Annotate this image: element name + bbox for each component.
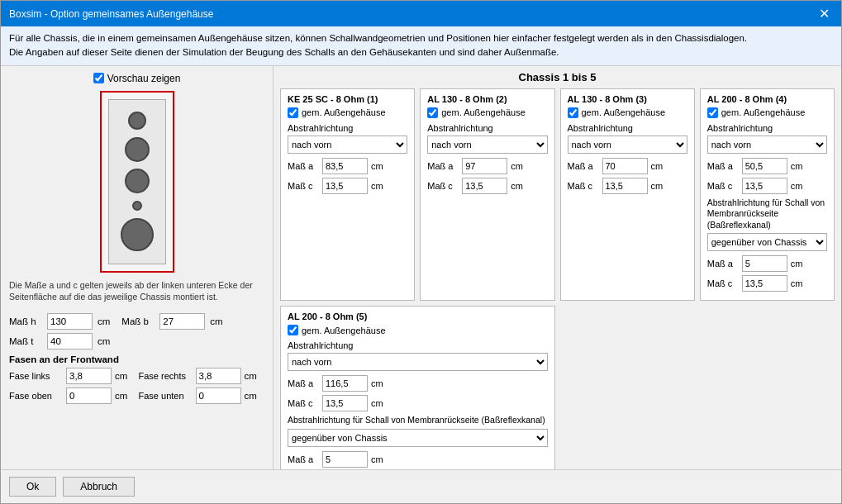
chassis-card-4: AL 200 - 8 Ohm (4) gem. Außengehäuse Abs… (700, 88, 835, 302)
abbruch-button[interactable]: Abbruch (63, 477, 135, 497)
chassis-3-abstrahl-label: Abstrahlrichtung (568, 123, 687, 133)
chassis-1-abstrahl-select[interactable]: nach vorn (288, 136, 407, 154)
fase-rechts-input[interactable] (196, 368, 241, 384)
chassis-5-title: AL 200 - 8 Ohm (5) (288, 311, 548, 321)
left-panel: Vorschau zeigen Die Maße a und c gelten … (1, 66, 274, 470)
chassis-2-checkbox[interactable] (427, 107, 438, 118)
mass-h-unit: cm (98, 316, 110, 326)
chassis-1-mass-a-label: Maß a (288, 161, 319, 171)
chassis-4-bass-select[interactable]: gegenüber von Chassis (707, 233, 827, 251)
chassis-2-mass-c-input[interactable] (462, 178, 507, 194)
fase-unten-item: Fase unten cm (139, 388, 265, 404)
chassis-5-abstrahl-label: Abstrahlrichtung (288, 340, 548, 350)
chassis-5-bass-a-input[interactable] (322, 451, 368, 468)
chassis-1-check-row: gem. Außengehäuse (288, 107, 407, 118)
chassis-3-mass-c-row: Maß c cm (568, 178, 687, 194)
chassis-3-check-row: gem. Außengehäuse (568, 107, 687, 118)
chassis-4-mass-a-label: Maß a (707, 161, 739, 171)
cabinet-drawing (108, 99, 166, 264)
fase-oben-label: Fase oben (9, 391, 63, 401)
chassis-5-abstrahl-select[interactable]: nach vorn (288, 353, 548, 371)
chassis-4-mass-c-unit: cm (791, 181, 803, 191)
chassis-1-title: KE 25 SC - 8 Ohm (1) (288, 94, 407, 104)
chassis-2-check-label: gem. Außengehäuse (441, 107, 526, 117)
chassis-5-mass-a-row: Maß a cm (288, 375, 548, 392)
chassis-1-checkbox[interactable] (288, 107, 298, 118)
chassis-4-mass-a-unit: cm (791, 161, 803, 171)
chassis-5-check-label: gem. Außengehäuse (302, 326, 386, 335)
right-panel: Chassis 1 bis 5 KE 25 SC - 8 Ohm (1) gem… (274, 66, 841, 470)
ok-button[interactable]: Ok (9, 477, 56, 497)
chassis-2-mass-a-input[interactable] (462, 158, 507, 174)
chassis-1-mass-a-unit: cm (371, 161, 383, 171)
chassis-bottom-empty (560, 306, 835, 469)
chassis-4-mass-c-label: Maß c (707, 181, 739, 191)
chassis-5-mass-a-input[interactable] (322, 375, 368, 392)
chassis-4-title: AL 200 - 8 Ohm (4) (707, 94, 827, 104)
mass-h-label: Maß h (9, 316, 42, 326)
chassis-5-bass-a-row: Maß a cm (288, 451, 548, 468)
info-bar: Für alle Chassis, die in einem gemeinsam… (1, 26, 841, 66)
chassis-1-check-label: gem. Außengehäuse (302, 107, 386, 117)
chassis-4-check-label: gem. Außengehäuse (721, 107, 806, 117)
chassis-4-bass-c-label: Maß c (707, 278, 739, 288)
chassis-card-2: AL 130 - 8 Ohm (2) gem. Außengehäuse Abs… (420, 88, 554, 302)
chassis-4-bass-a-input[interactable] (742, 255, 787, 272)
fase-links-item: Fase links cm (9, 368, 136, 384)
chassis-2-mass-a-row: Maß a cm (427, 158, 547, 174)
chassis-4-bass-c-input[interactable] (742, 275, 787, 292)
chassis-3-mass-c-input[interactable] (602, 178, 648, 194)
chassis-4-mass-a-input[interactable] (742, 158, 787, 174)
chassis-2-mass-c-unit: cm (511, 181, 523, 191)
chassis-1-mass-a-row: Maß a cm (288, 158, 407, 174)
chassis-4-bass-c-unit: cm (791, 278, 803, 288)
chassis-4-checkbox[interactable] (707, 107, 718, 118)
chassis-4-mass-c-input[interactable] (742, 178, 787, 194)
chassis-card-3: AL 130 - 8 Ohm (3) gem. Außengehäuse Abs… (560, 88, 695, 302)
chassis-3-checkbox[interactable] (568, 107, 578, 118)
chassis-3-mass-a-input[interactable] (602, 158, 648, 174)
chassis-grid-top: KE 25 SC - 8 Ohm (1) gem. Außengehäuse A… (280, 88, 835, 302)
info-line1: Für alle Chassis, die in einem gemeinsam… (9, 31, 833, 45)
mass-b-label: Maß b (121, 316, 155, 326)
chassis-1-mass-c-input[interactable] (322, 178, 368, 194)
mass-b-input[interactable]: 27 (159, 313, 205, 330)
chassis-3-mass-c-label: Maß c (568, 181, 599, 191)
chassis-5-mass-c-input[interactable] (322, 395, 368, 411)
info-line2: Die Angaben auf dieser Seite dienen der … (9, 45, 833, 59)
note-text: Die Maße a und c gelten jeweils ab der l… (9, 279, 264, 303)
chassis-5-bass-a-unit: cm (371, 454, 383, 464)
preview-checkbox[interactable] (93, 73, 104, 83)
chassis-5-mass-c-row: Maß c cm (288, 395, 548, 411)
chassis-2-title: AL 130 - 8 Ohm (2) (427, 94, 547, 104)
fase-unten-label: Fase unten (139, 391, 193, 401)
chassis-3-abstrahl-select[interactable]: nach vorn (568, 136, 687, 154)
chassis-5-check-row: gem. Außengehäuse (288, 325, 548, 335)
chassis-3-mass-a-unit: cm (651, 161, 664, 171)
bottom-buttons: Ok Abbruch (1, 469, 841, 503)
fase-unten-input[interactable] (196, 388, 241, 404)
chassis-section-title: Chassis 1 bis 5 (280, 71, 835, 83)
chassis-2-mass-a-label: Maß a (427, 161, 459, 171)
mass-t-input[interactable]: 40 (47, 333, 93, 349)
chassis-5-checkbox[interactable] (288, 325, 298, 335)
chassis-4-mass-c-row: Maß c cm (707, 178, 827, 194)
chassis-4-bass-a-row: Maß a cm (707, 255, 827, 272)
fase-oben-input[interactable] (66, 388, 112, 404)
chassis-1-mass-a-input[interactable] (322, 158, 368, 174)
chassis-2-abstrahl-select[interactable]: nach vorn (427, 136, 547, 154)
chassis-4-abstrahl-select[interactable]: nach vorn (707, 136, 827, 154)
window-title: Boxsim - Option gemeinsames Außengehäuse (9, 8, 213, 20)
speaker-mid1 (125, 137, 150, 162)
fase-unten-unit: cm (245, 391, 257, 401)
chassis-5-bass-select[interactable]: gegenüber von Chassis (288, 429, 548, 447)
close-button[interactable]: ✕ (816, 6, 833, 21)
speaker-tweeter (128, 112, 146, 130)
title-bar: Boxsim - Option gemeinsames Außengehäuse… (1, 1, 841, 26)
chassis-5-bass-a-label: Maß a (288, 454, 319, 464)
mass-h-input[interactable]: 130 (47, 313, 93, 330)
chassis-1-mass-c-label: Maß c (288, 181, 319, 191)
fase-links-input[interactable] (66, 368, 112, 384)
chassis-1-mass-c-unit: cm (371, 181, 383, 191)
chassis-2-mass-a-unit: cm (511, 161, 523, 171)
